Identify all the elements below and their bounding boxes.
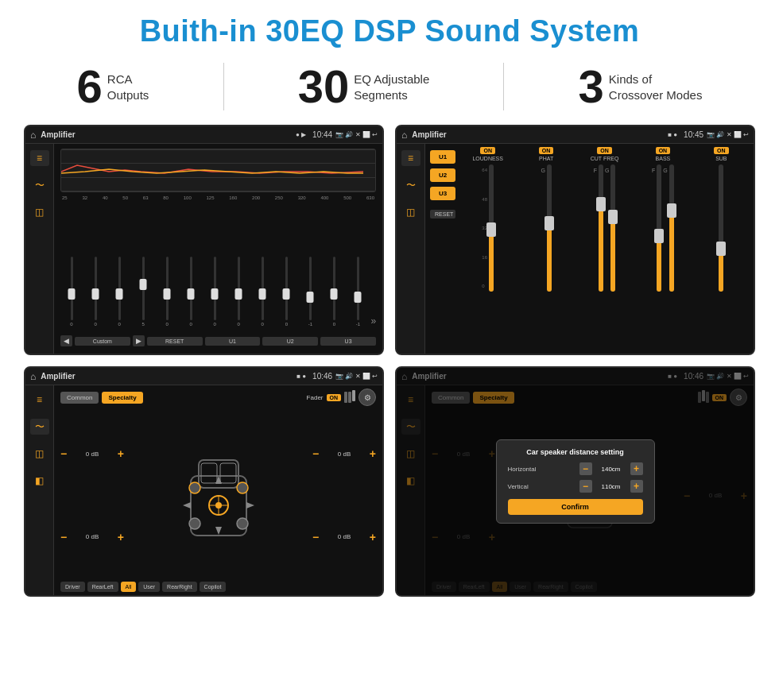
eq-slider-track-9[interactable]: [262, 257, 264, 320]
eq-slider-track-7[interactable]: [214, 257, 216, 320]
eq-sidebar-speaker-icon[interactable]: ◫: [30, 204, 49, 220]
eq-u1-button[interactable]: U1: [205, 337, 261, 346]
eq-home-icon[interactable]: ⌂: [30, 130, 36, 141]
fader-rearright-button[interactable]: RearRight: [162, 582, 197, 592]
fader-copilot-button[interactable]: Copilot: [200, 582, 227, 592]
dialog-vertical-plus[interactable]: +: [630, 480, 643, 493]
eq-sidebar-eq-icon[interactable]: ≡: [30, 150, 49, 166]
crossover-home-icon[interactable]: ⌂: [401, 130, 407, 141]
fader-plus-1[interactable]: +: [118, 447, 124, 460]
crossover-cutfreq-handle[interactable]: [596, 197, 606, 211]
fader-minus-3[interactable]: −: [312, 447, 319, 460]
eq-slider-handle-4[interactable]: [140, 279, 147, 290]
eq-reset-button[interactable]: RESET: [147, 337, 203, 346]
crossover-loudness-on[interactable]: ON: [480, 147, 495, 154]
eq-slider-handle-9[interactable]: [259, 288, 266, 300]
fader-tab-common[interactable]: Common: [60, 392, 99, 404]
dialog-confirm-button[interactable]: Confirm: [508, 499, 643, 515]
eq-slider-11[interactable]: -1: [299, 257, 321, 327]
eq-slider-handle-3[interactable]: [116, 288, 123, 300]
crossover-sidebar-speaker-icon[interactable]: ◫: [401, 204, 421, 220]
eq-u2-button[interactable]: U2: [262, 337, 318, 346]
crossover-u1-button[interactable]: U1: [430, 150, 455, 164]
crossover-u2-button[interactable]: U2: [430, 168, 455, 182]
crossover-bass-g-slider[interactable]: [669, 164, 674, 292]
fader-minus-4[interactable]: −: [312, 531, 319, 543]
eq-slider-track-11[interactable]: [309, 257, 312, 320]
eq-slider-track-3[interactable]: [118, 257, 121, 320]
crossover-cutfreq-g-handle[interactable]: [608, 210, 618, 224]
crossover-cutfreq-slider[interactable]: [599, 164, 603, 292]
eq-next-button[interactable]: ▶: [133, 335, 145, 346]
eq-slider-handle-8[interactable]: [235, 288, 242, 300]
eq-slider-8[interactable]: 0: [227, 257, 250, 327]
eq-slider-1[interactable]: 0: [60, 257, 83, 327]
eq-slider-12[interactable]: 0: [323, 257, 345, 327]
eq-slider-track-1[interactable]: [71, 257, 73, 320]
eq-slider-2[interactable]: 0: [84, 257, 107, 327]
fader-sidebar-eq-icon[interactable]: ≡: [30, 392, 49, 408]
eq-slider-handle-6[interactable]: [188, 288, 195, 300]
eq-slider-handle-2[interactable]: [92, 288, 99, 300]
eq-slider-13[interactable]: -1: [347, 257, 369, 327]
eq-scroll-right[interactable]: »: [370, 315, 376, 327]
fader-settings-icon[interactable]: ⚙: [358, 389, 376, 406]
crossover-bass-handle[interactable]: [654, 229, 664, 243]
eq-slider-handle-1[interactable]: [68, 288, 76, 300]
eq-slider-handle-7[interactable]: [211, 288, 219, 300]
fader-plus-3[interactable]: +: [370, 447, 376, 460]
eq-slider-10[interactable]: 0: [275, 257, 297, 327]
crossover-reset-button[interactable]: RESET: [430, 210, 455, 219]
fader-on-badge[interactable]: ON: [327, 394, 342, 401]
crossover-cutfreq-on[interactable]: ON: [597, 147, 612, 154]
eq-slider-track-5[interactable]: [166, 257, 169, 320]
crossover-bass-g-handle[interactable]: [667, 203, 676, 218]
fader-sidebar-wave-icon[interactable]: 〜: [30, 419, 49, 435]
crossover-phat-on[interactable]: ON: [539, 147, 554, 154]
eq-slider-track-13[interactable]: [357, 257, 359, 320]
eq-sidebar-wave-icon[interactable]: 〜: [30, 177, 49, 193]
crossover-sub-handle[interactable]: [716, 242, 726, 256]
eq-slider-track-12[interactable]: [333, 257, 335, 320]
eq-prev-button[interactable]: ◀: [60, 335, 72, 346]
crossover-phat-handle[interactable]: [545, 216, 554, 230]
eq-slider-5[interactable]: 0: [156, 257, 178, 327]
eq-slider-handle-13[interactable]: [355, 292, 362, 303]
crossover-loudness-slider[interactable]: [489, 164, 494, 292]
fader-driver-button[interactable]: Driver: [60, 582, 85, 592]
eq-slider-7[interactable]: 0: [203, 257, 226, 327]
crossover-bass-slider[interactable]: [657, 164, 661, 292]
eq-slider-handle-12[interactable]: [331, 288, 338, 300]
crossover-phat-slider[interactable]: [547, 164, 552, 292]
fader-minus-2[interactable]: −: [60, 531, 67, 543]
crossover-u3-button[interactable]: U3: [430, 187, 455, 200]
dialog-horizontal-plus[interactable]: +: [630, 462, 643, 475]
fader-home-icon[interactable]: ⌂: [30, 371, 36, 382]
fader-minus-1[interactable]: −: [60, 447, 67, 460]
crossover-bass-on[interactable]: ON: [656, 147, 671, 154]
eq-slider-9[interactable]: 0: [251, 257, 273, 327]
crossover-loudness-handle[interactable]: [486, 222, 496, 237]
eq-slider-handle-11[interactable]: [307, 292, 314, 303]
fader-rearleft-button[interactable]: RearLeft: [87, 582, 118, 592]
eq-slider-handle-5[interactable]: [164, 288, 171, 300]
crossover-sub-on[interactable]: ON: [714, 147, 729, 154]
dialog-horizontal-minus[interactable]: −: [579, 462, 592, 475]
fader-user-button[interactable]: User: [138, 582, 160, 592]
dialog-vertical-minus[interactable]: −: [579, 480, 592, 493]
eq-u3-button[interactable]: U3: [320, 337, 376, 346]
eq-slider-track-2[interactable]: [95, 257, 97, 320]
fader-plus-4[interactable]: +: [370, 531, 376, 543]
eq-slider-handle-10[interactable]: [283, 288, 290, 300]
crossover-sub-slider[interactable]: [719, 164, 723, 292]
eq-slider-track-4[interactable]: [142, 257, 145, 320]
fader-plus-2[interactable]: +: [118, 531, 124, 543]
crossover-sidebar-wave-icon[interactable]: 〜: [401, 177, 421, 193]
crossover-cutfreq-g-slider[interactable]: [610, 164, 615, 292]
eq-slider-track-6[interactable]: [190, 257, 192, 320]
fader-sidebar-balance-icon[interactable]: ◧: [30, 473, 49, 489]
eq-slider-track-10[interactable]: [285, 257, 288, 320]
fader-tab-specialty[interactable]: Specialty: [102, 392, 142, 404]
eq-slider-track-8[interactable]: [238, 257, 240, 320]
fader-all-button[interactable]: All: [121, 582, 137, 592]
